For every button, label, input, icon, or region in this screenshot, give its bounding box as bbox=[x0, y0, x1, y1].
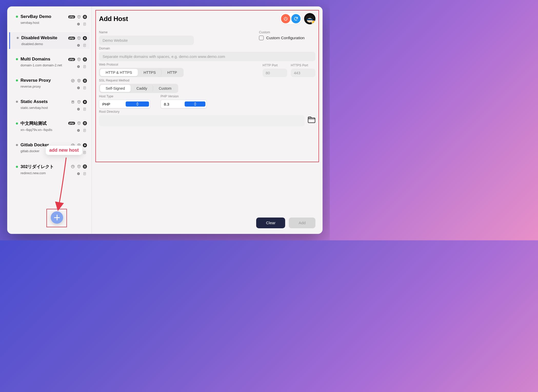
host-type-select[interactable]: PHP bbox=[99, 100, 150, 108]
name-label: Name bbox=[99, 30, 253, 34]
status-dot bbox=[16, 144, 18, 146]
svg-point-20 bbox=[79, 101, 79, 102]
php-badge-icon: php bbox=[68, 15, 75, 18]
svg-point-8 bbox=[79, 59, 79, 60]
segment-option[interactable]: HTTPS bbox=[138, 69, 162, 76]
site-name: Reverse Proxy bbox=[21, 78, 51, 83]
http-port-label: HTTP Port bbox=[263, 64, 287, 67]
compass-icon[interactable] bbox=[76, 128, 81, 133]
domain-label: Domain bbox=[99, 47, 315, 50]
custom-config-checkbox[interactable]: Custom Configuration bbox=[259, 36, 315, 40]
compass-icon[interactable] bbox=[76, 43, 81, 48]
web-protocol-segment: HTTP & HTTPSHTTPSHTTP bbox=[99, 68, 184, 77]
custom-config-label: Custom Configuration bbox=[266, 36, 305, 40]
pause-button[interactable] bbox=[83, 79, 87, 83]
add-button[interactable]: Add bbox=[289, 218, 315, 228]
chevron-updown-icon bbox=[126, 101, 149, 107]
segment-option[interactable]: Caddy bbox=[131, 85, 153, 92]
folder-icon bbox=[308, 117, 315, 123]
svg-rect-39 bbox=[307, 19, 313, 20]
pause-button[interactable] bbox=[83, 121, 87, 125]
power-icon bbox=[283, 16, 288, 21]
svg-rect-34 bbox=[85, 166, 86, 168]
pause-button[interactable] bbox=[83, 15, 87, 19]
sidebar-site-item[interactable]: 中文网站测试xn--6qq79v.xn--fiqs8sphp bbox=[9, 117, 89, 135]
root-dir-input[interactable] bbox=[99, 115, 305, 126]
note-icon[interactable] bbox=[82, 171, 87, 176]
check-icon bbox=[313, 22, 315, 24]
refresh-button[interactable] bbox=[291, 14, 301, 23]
svg-point-32 bbox=[79, 166, 79, 167]
php-badge-icon: php bbox=[68, 37, 75, 40]
compass-icon[interactable] bbox=[76, 107, 81, 111]
sidebar-site-item[interactable]: Static Assetsstatic.servbay.host bbox=[9, 96, 89, 113]
add-host-fab[interactable] bbox=[51, 211, 63, 224]
note-icon[interactable] bbox=[82, 86, 87, 90]
site-name: 302リダイレクト bbox=[21, 164, 54, 170]
php-version-value: 8.3 bbox=[164, 102, 185, 106]
domain-input[interactable] bbox=[99, 52, 315, 61]
host-type-label: Host Type bbox=[99, 95, 150, 98]
power-button[interactable] bbox=[281, 14, 290, 23]
svg-rect-9 bbox=[84, 58, 85, 60]
note-icon[interactable] bbox=[82, 128, 87, 133]
status-dot bbox=[17, 37, 19, 39]
svg-rect-19 bbox=[72, 101, 73, 102]
shield-icon bbox=[77, 36, 81, 40]
compass-icon[interactable] bbox=[76, 64, 81, 69]
clear-button[interactable]: Clear bbox=[256, 218, 285, 228]
segment-option[interactable]: HTTP bbox=[162, 69, 183, 76]
page-title: Add Host bbox=[99, 15, 128, 23]
compass-icon[interactable] bbox=[76, 86, 81, 90]
pause-button[interactable] bbox=[83, 164, 87, 169]
shield-icon bbox=[77, 121, 81, 126]
sidebar: ServBay Demoservbay.hostphpDisabled Webs… bbox=[7, 6, 92, 234]
site-name: Multi Domains bbox=[21, 57, 50, 62]
note-icon[interactable] bbox=[82, 22, 87, 26]
browse-folder-button[interactable] bbox=[308, 117, 315, 125]
svg-rect-1 bbox=[84, 16, 85, 18]
start-button[interactable] bbox=[83, 100, 87, 104]
http-port-input[interactable] bbox=[263, 69, 287, 77]
compass-icon[interactable] bbox=[76, 22, 81, 26]
note-icon[interactable] bbox=[82, 64, 87, 69]
shield-icon bbox=[77, 78, 81, 83]
segment-option[interactable]: Custom bbox=[153, 85, 177, 92]
sidebar-site-item[interactable]: 302リダイレクトredirect.new.com bbox=[9, 161, 89, 178]
svg-rect-24 bbox=[84, 122, 85, 124]
php-version-label: PHP Version bbox=[161, 95, 207, 98]
pause-button[interactable] bbox=[83, 57, 87, 61]
status-dot bbox=[16, 16, 18, 18]
svg-point-5 bbox=[79, 38, 79, 38]
web-protocol-label: Web Protocol bbox=[99, 63, 259, 66]
svg-rect-15 bbox=[85, 80, 86, 82]
svg-point-0 bbox=[79, 16, 79, 17]
user-avatar[interactable] bbox=[304, 13, 315, 24]
svg-rect-33 bbox=[84, 166, 85, 168]
php-version-select[interactable]: 8.3 bbox=[161, 100, 207, 108]
sidebar-site-item[interactable]: Reverse Proxyreverse.proxy bbox=[9, 75, 89, 91]
status-dot bbox=[16, 101, 18, 103]
name-input[interactable] bbox=[99, 36, 194, 45]
php-badge-icon: php bbox=[68, 122, 75, 125]
segment-option[interactable]: Self-Signed bbox=[100, 85, 131, 92]
app-window: ServBay Demoservbay.hostphpDisabled Webs… bbox=[7, 6, 323, 234]
custom-label: Custom bbox=[259, 30, 315, 34]
annotation-tooltip: add new host bbox=[46, 146, 82, 155]
shield-icon bbox=[77, 57, 81, 62]
start-button[interactable] bbox=[83, 143, 87, 147]
note-icon[interactable] bbox=[82, 150, 87, 155]
main-panel: Add Host bbox=[92, 6, 323, 234]
segment-option[interactable]: HTTP & HTTPS bbox=[100, 69, 138, 76]
compass-icon[interactable] bbox=[76, 171, 81, 176]
sidebar-site-item[interactable]: Multi Domainsdomain-1.com domain-2.netph… bbox=[9, 54, 89, 70]
svg-rect-10 bbox=[85, 58, 86, 60]
start-button[interactable] bbox=[83, 36, 87, 40]
note-icon[interactable] bbox=[82, 107, 87, 111]
sidebar-site-item[interactable]: Disabled Websitedisabled.demophp bbox=[9, 32, 89, 49]
static-icon bbox=[71, 100, 75, 104]
svg-rect-40 bbox=[308, 118, 315, 123]
https-port-input[interactable] bbox=[291, 69, 315, 77]
sidebar-site-item[interactable]: ServBay Demoservbay.hostphp bbox=[9, 11, 89, 28]
note-icon[interactable] bbox=[82, 43, 87, 48]
